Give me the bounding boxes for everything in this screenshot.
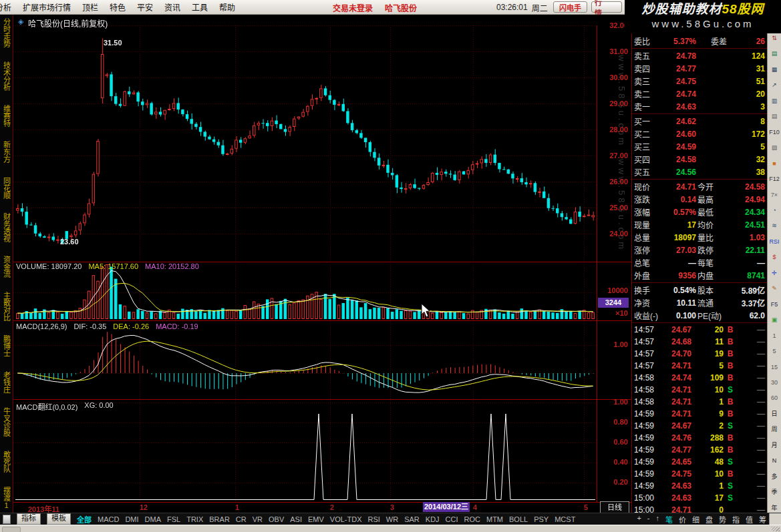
up-arrow-button[interactable]: ↑ — [656, 514, 660, 525]
indicator-button[interactable]: 指标 — [17, 513, 41, 525]
corner-resize-icon[interactable] — [769, 513, 781, 525]
tick-row[interactable]: 14:5724.715B— — [632, 360, 767, 372]
bid-row[interactable]: 买一24.628 — [632, 115, 767, 127]
menu-pingan[interactable]: 平安 — [137, 1, 153, 13]
menu-analysis[interactable]: 分析 — [0, 1, 11, 13]
tab-xi[interactable]: 细 — [692, 514, 699, 525]
tab-shi[interactable]: 势 — [719, 514, 726, 525]
ind-tab-item[interactable]: DMI — [125, 515, 138, 523]
ind-tab-item[interactable]: WR — [386, 515, 398, 523]
tick-row[interactable]: 14:5824.7110S— — [632, 384, 767, 396]
tab-chou[interactable]: 筹 — [759, 514, 766, 525]
template-button[interactable]: 模板 — [47, 513, 71, 525]
tab-zhi2[interactable]: 值 — [746, 514, 753, 525]
tick-row[interactable]: 14:5924.719B— — [632, 408, 767, 420]
tick-row[interactable]: 14:5924.77162B— — [632, 444, 767, 456]
sidebar-item-vsat[interactable]: 维赛特 — [1, 105, 13, 127]
period-1min-button[interactable]: 1 — [772, 332, 776, 339]
ind-tab-item[interactable]: BRAR — [209, 515, 230, 523]
sidebar-item-gansidui[interactable]: 敢死队 — [1, 451, 13, 473]
ind-tab-item[interactable]: RSI — [368, 515, 380, 523]
f5-button[interactable]: F5 — [771, 301, 778, 308]
tick-row[interactable]: 14:5824.711B— — [632, 396, 767, 408]
zoom-in-button[interactable]: + — [637, 514, 641, 525]
ind-tab-item[interactable]: CCI — [446, 515, 458, 523]
sidebar-item-baidu[interactable]: 摆渡1 — [1, 487, 13, 509]
sidebar-item-niucha[interactable]: 牛叉诊股 — [1, 407, 13, 437]
ask-row[interactable]: 卖一24.633 — [632, 100, 767, 113]
report-view-icon[interactable]: ▤ — [772, 50, 778, 57]
ask-row[interactable]: 卖二24.7420 — [632, 87, 767, 100]
f10-button[interactable]: F10 — [769, 129, 780, 136]
sidebar-item-compare[interactable]: 主散对比 — [1, 292, 13, 321]
period-n-button[interactable]: N — [772, 457, 777, 464]
tick-row[interactable]: 14:5724.6811B— — [632, 336, 767, 348]
period-quarter-button[interactable]: 季 — [771, 489, 777, 495]
tab-jia[interactable]: 价 — [679, 514, 686, 525]
seven-x-icon[interactable]: 7× — [771, 192, 778, 198]
tick-row[interactable]: 15:0024.6317S— — [632, 492, 767, 504]
menu-topbar[interactable]: 顶栏 — [82, 1, 98, 13]
menu-tools[interactable]: 工具 — [192, 1, 208, 13]
tab-pan[interactable]: 盘 — [706, 514, 713, 525]
f12-button[interactable]: F12 — [769, 176, 780, 182]
ind-tab-item[interactable]: TRIX — [186, 515, 203, 523]
ask-row[interactable]: 卖五24.78124 — [632, 49, 767, 62]
bid-row[interactable]: 买三24.595 — [632, 140, 767, 153]
grid-view-icon[interactable]: ▦ — [772, 66, 778, 73]
quote-button[interactable]: 行 情 — [591, 1, 622, 13]
ind-tab-item[interactable]: PSY — [534, 515, 549, 523]
ind-tab-item[interactable]: DMA — [145, 515, 161, 523]
tab-bi[interactable]: 笔 — [665, 514, 673, 525]
ind-tab-item[interactable]: MACD — [98, 515, 119, 523]
menu-news[interactable]: 资讯 — [164, 1, 180, 13]
ind-tab-item[interactable]: MCST — [555, 515, 575, 523]
period-60min-button[interactable]: 60 — [771, 394, 778, 401]
block-icon[interactable]: ■ — [772, 160, 776, 167]
tab-zhi[interactable]: 指 — [732, 514, 740, 525]
move-icon[interactable]: ✛ — [772, 270, 777, 276]
period-30min-button[interactable]: 30 — [771, 379, 778, 386]
mode-icon[interactable]: ▧ — [772, 144, 778, 151]
bid-row[interactable]: 买四24.5832 — [632, 153, 767, 166]
clock-icon[interactable]: ◔ — [772, 207, 776, 214]
tick-row[interactable]: 14:5724.7019B— — [632, 348, 767, 360]
ind-tab-item[interactable]: VOL-TDX — [330, 515, 362, 523]
ind-tab-item[interactable]: MTM — [486, 515, 503, 523]
tick-row[interactable]: 14:5724.6720B— — [632, 324, 767, 336]
sidebar-item-tonghuashun[interactable]: 同花顺 — [1, 177, 13, 199]
bid-row[interactable]: 买五24.5638 — [632, 166, 767, 178]
capture-icon[interactable]: ▣ — [772, 316, 778, 323]
period-month-button[interactable]: 月 — [771, 442, 777, 449]
ind-tab-item[interactable]: SAR — [404, 515, 420, 523]
tick-row[interactable]: 14:5924.631S— — [632, 480, 767, 492]
sidebar-item-finance[interactable]: 财务透视 — [1, 213, 13, 242]
ask-row[interactable]: 卖三24.7551 — [632, 75, 767, 87]
trade-login-status[interactable]: 交易未登录 — [333, 2, 373, 13]
tick-row[interactable]: 14:5924.6548S— — [632, 456, 767, 468]
tick-row[interactable]: 14:5924.76288B— — [632, 432, 767, 444]
sidebar-item-pengboshi[interactable]: 鹏博士 — [1, 335, 13, 357]
tick-row[interactable]: 15:0024.710— — [632, 504, 767, 513]
period-5min-button[interactable]: 5 — [772, 348, 776, 354]
tick-row[interactable]: 14:5924.7510B— — [632, 468, 767, 480]
rsi-button[interactable]: RSI — [769, 238, 779, 245]
period-day-button[interactable]: 日 — [771, 411, 777, 417]
draw-icon[interactable]: ✎ — [772, 285, 777, 292]
updown-arrows-icon[interactable]: ⇅ — [772, 35, 777, 41]
trendline-icon[interactable]: ↗ — [772, 81, 777, 88]
dollar-icon[interactable]: $ — [772, 254, 776, 260]
tab-all[interactable]: 全部 — [77, 514, 92, 525]
flash-hand-button[interactable]: 闪电手 — [553, 1, 587, 13]
sidebar-item-laoqianzhuang[interactable]: 老钱庄 — [1, 371, 13, 393]
sidebar-item-xindongfang[interactable]: 新东方 — [1, 141, 13, 163]
ind-tab-item[interactable]: ASI — [290, 515, 302, 523]
ind-tab-item[interactable]: EMV — [308, 515, 324, 523]
ask-row[interactable]: 卖四24.7731 — [632, 62, 767, 75]
menu-features[interactable]: 特色 — [110, 1, 126, 13]
sidebar-item-technical[interactable]: 技术分析 — [1, 61, 13, 91]
ind-tab-item[interactable]: OBV — [269, 515, 284, 523]
sidebar-item-moneyflow[interactable]: 资金流 — [1, 256, 13, 278]
tick-row[interactable]: 14:5924.672S— — [632, 420, 767, 432]
zoom-out-button[interactable]: - — [647, 514, 650, 525]
